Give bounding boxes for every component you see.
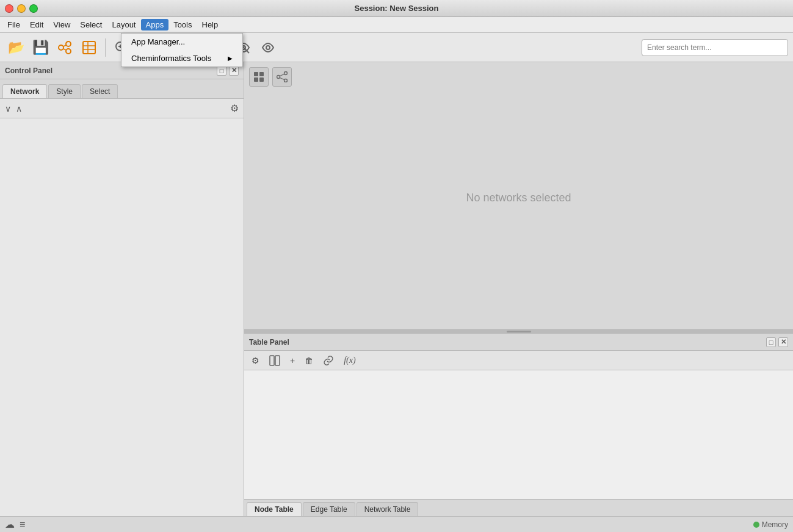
table-panel-close-button[interactable]: ✕: [778, 337, 788, 347]
svg-point-30: [284, 79, 288, 82]
app-manager-label: App Manager...: [131, 37, 185, 46]
status-bar: ☁ ≡ Memory: [0, 516, 793, 532]
svg-line-32: [280, 78, 284, 80]
table-settings-icon[interactable]: ⚙: [249, 354, 262, 367]
minimize-button[interactable]: [17, 4, 26, 13]
view-switcher: [249, 67, 292, 87]
control-panel-title: Control Panel: [5, 66, 53, 75]
memory-status-dot: [753, 522, 759, 528]
menu-view[interactable]: View: [48, 19, 75, 31]
svg-point-2: [66, 49, 71, 54]
import-table-icon: [81, 39, 98, 56]
menu-file[interactable]: File: [2, 19, 25, 31]
menu-select[interactable]: Select: [75, 19, 107, 31]
grid-view-button[interactable]: [249, 67, 269, 87]
import-network-icon: [56, 39, 73, 56]
list-icon[interactable]: ≡: [20, 519, 25, 530]
control-toolbar: ∨ ∧ ⚙: [0, 99, 244, 118]
control-panel: Control Panel □ ✕ Network Style Select ∨…: [0, 62, 244, 516]
menu-bar: File Edit View Select Layout Apps Tools …: [0, 17, 793, 33]
svg-rect-27: [259, 77, 264, 82]
svg-line-4: [63, 49, 66, 50]
network-canvas: No networks selected: [244, 62, 793, 333]
memory-label: Memory: [762, 520, 788, 529]
table-panel-expand-button[interactable]: □: [766, 337, 776, 347]
svg-rect-26: [254, 77, 258, 82]
svg-line-31: [280, 74, 284, 76]
import-table-button[interactable]: [78, 37, 100, 59]
search-input[interactable]: [642, 39, 788, 56]
table-function-icon[interactable]: f(x): [341, 354, 358, 367]
title-bar: Session: New Session: [0, 0, 793, 17]
table-columns-icon[interactable]: [267, 354, 283, 367]
table-panel-controls: □ ✕: [766, 337, 788, 347]
save-icon: 💾: [32, 40, 49, 56]
collapse-all-icon[interactable]: ∨: [5, 104, 11, 113]
cloud-icon[interactable]: ☁: [5, 519, 15, 530]
no-networks-message: No networks selected: [466, 192, 571, 204]
close-button[interactable]: [5, 4, 13, 13]
table-panel-header: Table Panel □ ✕: [244, 334, 793, 351]
tab-network[interactable]: Network: [2, 84, 47, 98]
table-toolbar: ⚙ + 🗑 f(x): [244, 351, 793, 370]
resize-handle[interactable]: [244, 329, 793, 333]
expand-all-icon[interactable]: ∧: [16, 104, 22, 113]
svg-rect-25: [259, 72, 264, 76]
svg-rect-24: [254, 72, 258, 76]
main-layout: Control Panel □ ✕ Network Style Select ∨…: [0, 62, 793, 516]
right-panel: No networks selected Table Panel □ ✕ ⚙: [244, 62, 793, 516]
submenu-arrow-icon: ▶: [228, 55, 233, 62]
toolbar: 📂 💾: [0, 33, 793, 62]
table-add-icon[interactable]: +: [288, 354, 297, 367]
memory-indicator: Memory: [753, 520, 788, 529]
menu-tools[interactable]: Tools: [168, 19, 197, 31]
dropdown-item-cheminformatics[interactable]: Cheminformatics Tools ▶: [121, 50, 242, 66]
table-panel: Table Panel □ ✕ ⚙ + 🗑: [244, 333, 793, 516]
tab-node-table[interactable]: Node Table: [247, 502, 302, 516]
svg-rect-34: [275, 356, 280, 365]
svg-point-28: [277, 76, 280, 79]
control-content: [0, 118, 244, 516]
show-icon: [261, 40, 275, 55]
share-view-button[interactable]: [272, 67, 292, 87]
open-folder-icon: 📂: [8, 40, 24, 56]
svg-rect-33: [270, 356, 274, 365]
svg-rect-5: [83, 41, 95, 54]
svg-point-0: [59, 45, 63, 50]
table-link-icon[interactable]: [320, 354, 336, 367]
window-buttons: [5, 4, 38, 13]
settings-icon[interactable]: ⚙: [230, 102, 239, 114]
svg-line-3: [63, 45, 66, 46]
dropdown-item-app-manager[interactable]: App Manager...: [121, 34, 242, 50]
svg-point-23: [266, 46, 270, 49]
cheminformatics-label: Cheminformatics Tools: [131, 54, 211, 63]
table-panel-title: Table Panel: [249, 338, 289, 347]
save-button[interactable]: 💾: [29, 37, 51, 59]
maximize-button[interactable]: [29, 4, 38, 13]
toolbar-separator: [105, 38, 106, 57]
apps-dropdown: App Manager... Cheminformatics Tools ▶: [121, 33, 243, 67]
resize-grip: [507, 331, 531, 332]
svg-point-29: [284, 72, 288, 75]
show-button[interactable]: [257, 37, 279, 59]
menu-apps[interactable]: Apps: [141, 19, 169, 31]
tab-edge-table[interactable]: Edge Table: [303, 502, 355, 516]
import-network-button[interactable]: [54, 37, 76, 59]
svg-point-1: [66, 41, 71, 46]
tab-network-table[interactable]: Network Table: [357, 502, 419, 516]
tab-style[interactable]: Style: [48, 84, 81, 98]
open-button[interactable]: 📂: [5, 37, 27, 59]
menu-layout[interactable]: Layout: [107, 19, 140, 31]
menu-edit[interactable]: Edit: [25, 19, 48, 31]
menu-help[interactable]: Help: [197, 19, 223, 31]
table-tab-bar: Node Table Edge Table Network Table: [244, 499, 793, 516]
table-delete-icon[interactable]: 🗑: [302, 354, 316, 367]
tab-select[interactable]: Select: [82, 84, 118, 98]
window-title: Session: New Session: [355, 4, 439, 13]
table-content: [244, 370, 793, 499]
tab-bar: Network Style Select: [0, 79, 244, 99]
